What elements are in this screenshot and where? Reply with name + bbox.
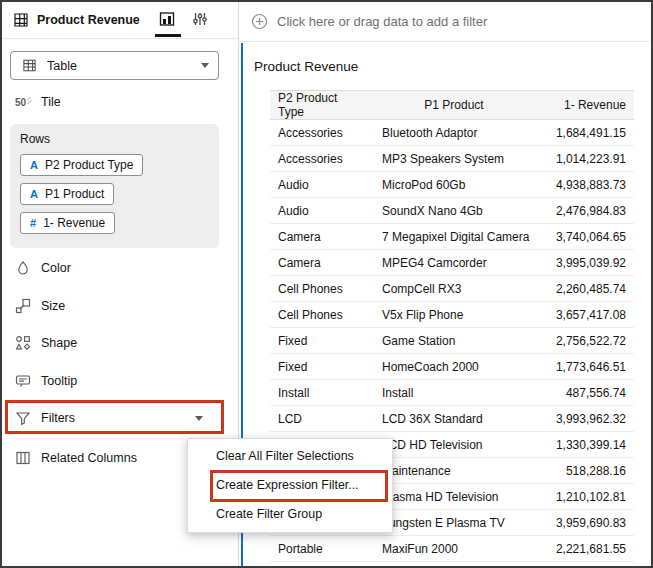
table-cell[interactable]: 1,210,102.81 [534,484,634,510]
tile-target[interactable]: 50 Tile [10,90,61,114]
table-cell[interactable]: LCD 36X Standard [374,406,534,432]
shape-target[interactable]: Shape [10,330,219,356]
table-cell[interactable]: 7 Megapixel Digital Camera [374,224,534,250]
table-cell[interactable]: 4,938,883.73 [534,172,634,198]
table-cell[interactable]: Plasma HD Television [374,484,534,510]
circled-plus-icon [251,13,268,30]
table-cell[interactable]: 3,995,039.92 [534,250,634,276]
table-cell[interactable]: 3,993,962.32 [534,406,634,432]
tooltip-target[interactable]: Tooltip [10,368,219,394]
chip-revenue[interactable]: # 1- Revenue [20,212,115,234]
filter-bar[interactable]: Click here or drag data to add a filter [239,2,651,42]
chip-label: P2 Product Type [45,158,134,172]
table-row[interactable]: CameraMPEG4 Camcorder3,995,039.92 [270,250,634,276]
table-row[interactable]: AccessoriesBluetooth Adaptor1,684,491.15 [270,120,634,146]
table-cell[interactable]: MPEG4 Camcorder [374,250,534,276]
table-cell[interactable]: MicroPod 60Gb [374,172,534,198]
table-cell[interactable]: LCD [270,406,374,432]
table-cell[interactable]: 3,959,690.83 [534,510,634,536]
menu-item-create-expression-filter[interactable]: Create Expression Filter... [188,471,392,500]
table-cell[interactable]: Accessories [270,120,374,146]
table-cell[interactable]: Accessories [270,146,374,172]
table-cell[interactable]: SoundX Nano 4Gb [374,198,534,224]
table-cell[interactable]: Audio [270,198,374,224]
table-row[interactable]: Cell PhonesV5x Flip Phone3,657,417.08 [270,302,634,328]
table-row[interactable]: PortableMaxiFun 20002,221,681.55 [270,536,634,562]
color-target[interactable]: Color [10,255,219,281]
table-row[interactable]: Cell PhonesCompCell RX32,260,485.74 [270,276,634,302]
table-cell[interactable]: MaxiFun 2000 [374,536,534,562]
table-cell[interactable]: MP3 Speakers System [374,146,534,172]
table-cell[interactable]: Bluetooth Adaptor [374,120,534,146]
table-cell[interactable]: 487,556.74 [534,380,634,406]
table-cell[interactable]: 1,330,399.14 [534,432,634,458]
table-cell[interactable]: 2,221,681.55 [534,536,634,562]
table-row[interactable]: FixedHomeCoach 20001,773,646.51 [270,354,634,380]
table-row[interactable]: InstallInstall487,556.74 [270,380,634,406]
table-cell[interactable]: 2,756,522.72 [534,328,634,354]
rows-section: Rows A P2 Product Type A P1 Product # 1-… [10,124,219,248]
tile-50-icon: 50 [14,95,32,109]
table-row[interactable]: AudioSoundX Nano 4Gb2,476,984.83 [270,198,634,224]
chip-p1-product[interactable]: A P1 Product [20,183,114,205]
table-cell[interactable]: Maintenance [374,458,534,484]
table-row[interactable]: PortablePocketFun ES3,013,026.92 [270,562,634,568]
size-label: Size [41,299,65,313]
table-row[interactable]: Camera7 Megapixel Digital Camera3,740,06… [270,224,634,250]
table-cell[interactable]: Fixed [270,328,374,354]
table-cell[interactable]: 3,740,064.65 [534,224,634,250]
active-tab-underline [155,34,181,37]
table-cell[interactable]: Game Station [374,328,534,354]
table-cell[interactable]: Camera [270,224,374,250]
table-cell[interactable]: 1,014,223.91 [534,146,634,172]
table-cell[interactable]: 518,288.16 [534,458,634,484]
filter-funnel-icon [14,410,32,426]
settings-icon[interactable] [192,11,208,27]
table-cell[interactable]: Tungsten E Plasma TV [374,510,534,536]
color-droplet-icon [14,260,32,276]
table-cell[interactable]: V5x Flip Phone [374,302,534,328]
filters-target[interactable]: Filters [10,405,219,431]
table-cell[interactable]: Cell Phones [270,302,374,328]
table-row[interactable]: AccessoriesMP3 Speakers System1,014,223.… [270,146,634,172]
table-cell[interactable]: Audio [270,172,374,198]
table-cell[interactable]: Portable [270,562,374,568]
table-cell[interactable]: Install [374,380,534,406]
table-header-row: P2 Product Type P1 Product 1- Revenue [270,91,634,120]
table-cell[interactable]: LCD HD Television [374,432,534,458]
table-cell[interactable]: Cell Phones [270,276,374,302]
panel-header: Product Revenue [2,2,238,39]
table-cell[interactable]: 1,773,646.51 [534,354,634,380]
column-header[interactable]: P2 Product Type [270,91,374,120]
viz-title: Product Revenue [254,59,358,74]
grammar-panel-icon[interactable] [159,11,175,27]
table-cell[interactable]: PocketFun ES [374,562,534,568]
table-row[interactable]: AudioMicroPod 60Gb4,938,883.73 [270,172,634,198]
table-cell[interactable]: 2,260,485.74 [534,276,634,302]
table-cell[interactable]: 3,657,417.08 [534,302,634,328]
related-columns-label: Related Columns [41,451,137,465]
table-cell[interactable]: HomeCoach 2000 [374,354,534,380]
menu-item-clear-all-filter-selections[interactable]: Clear All Filter Selections [188,442,392,471]
tooltip-icon [14,373,32,389]
column-header[interactable]: P1 Product [374,91,534,120]
table-row[interactable]: LCDLCD 36X Standard3,993,962.32 [270,406,634,432]
size-target[interactable]: Size [10,293,219,319]
table-row[interactable]: FixedGame Station2,756,522.72 [270,328,634,354]
table-cell[interactable]: 2,476,984.83 [534,198,634,224]
shape-icon [14,335,32,351]
table-cell[interactable]: Portable [270,536,374,562]
table-cell[interactable]: CompCell RX3 [374,276,534,302]
table-cell[interactable]: Install [270,380,374,406]
table-cell[interactable]: Fixed [270,354,374,380]
menu-item-create-filter-group[interactable]: Create Filter Group [188,500,392,529]
column-header[interactable]: 1- Revenue [534,91,634,120]
chevron-down-icon[interactable] [195,416,203,421]
viz-type-dropdown[interactable]: Table [10,51,219,80]
table-cell[interactable]: 1,684,491.15 [534,120,634,146]
chip-p2-product-type[interactable]: A P2 Product Type [20,154,143,176]
table-cell[interactable]: 3,013,026.92 [534,562,634,568]
viz-type-value: Table [47,59,77,73]
table-cell[interactable]: Camera [270,250,374,276]
workbook-title: Product Revenue [37,13,140,27]
